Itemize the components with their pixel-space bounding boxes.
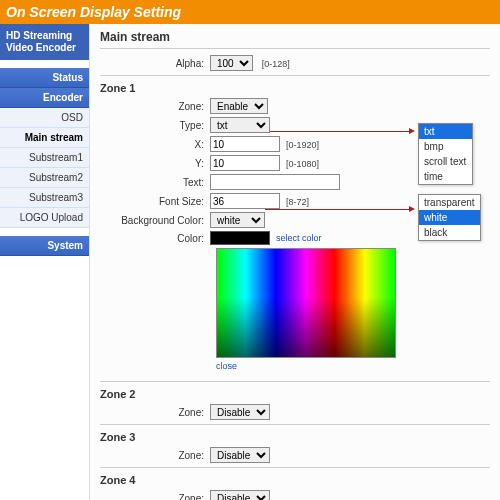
zone1-bg-label: Background Color: — [100, 215, 210, 226]
zone1-y-input[interactable] — [210, 155, 280, 171]
zone3-title: Zone 3 — [100, 431, 490, 443]
nav-logo-upload[interactable]: LOGO Upload — [0, 208, 89, 228]
page-header: On Screen Display Setting — [0, 0, 500, 24]
zone1-title: Zone 1 — [100, 82, 490, 94]
zone1-x-input[interactable] — [210, 136, 280, 152]
zone1-zone-select[interactable]: Enable — [210, 98, 268, 114]
zone2-zone-label: Zone: — [100, 407, 210, 418]
type-option-scroll[interactable]: scroll text — [419, 154, 472, 169]
alpha-select[interactable]: 100 — [210, 55, 253, 71]
zone4-zone-select[interactable]: Disable — [210, 490, 270, 500]
bg-option-transparent[interactable]: transparent — [419, 195, 480, 210]
nav-mainstream[interactable]: Main stream — [0, 128, 89, 148]
bg-option-white[interactable]: white — [419, 210, 480, 225]
type-option-time[interactable]: time — [419, 169, 472, 184]
select-color-link[interactable]: select color — [276, 233, 322, 243]
zone4-title: Zone 4 — [100, 474, 490, 486]
zone3-zone-label: Zone: — [100, 450, 210, 461]
zone3-zone-select[interactable]: Disable — [210, 447, 270, 463]
zone1-fontsize-input[interactable] — [210, 193, 280, 209]
container: HD Streaming Video Encoder Status Encode… — [0, 24, 500, 500]
zone2-zone-select[interactable]: Disable — [210, 404, 270, 420]
sidebar: HD Streaming Video Encoder Status Encode… — [0, 24, 90, 500]
alpha-label: Alpha: — [100, 58, 210, 69]
zone1-bg-select[interactable]: white — [210, 212, 265, 228]
zone1-fontsize-label: Font Size: — [100, 196, 210, 207]
zone1-color-label: Color: — [100, 233, 210, 244]
color-palette[interactable] — [216, 248, 396, 358]
color-swatch[interactable] — [210, 231, 270, 245]
main-content: Main stream Alpha: 100 [0-128] Zone 1 Zo… — [90, 24, 500, 500]
type-popup: txt bmp scroll text time — [418, 123, 473, 185]
nav-status[interactable]: Status — [0, 68, 89, 88]
zone1-type-select[interactable]: txt — [210, 117, 270, 133]
bg-option-black[interactable]: black — [419, 225, 480, 240]
nav-system[interactable]: System — [0, 236, 89, 256]
nav-substream2[interactable]: Substream2 — [0, 168, 89, 188]
nav-substream1[interactable]: Substream1 — [0, 148, 89, 168]
alpha-hint: [0-128] — [262, 59, 290, 69]
close-palette-link[interactable]: close — [216, 361, 490, 371]
zone1-y-label: Y: — [100, 158, 210, 169]
zone1-text-label: Text: — [100, 177, 210, 188]
brand: HD Streaming Video Encoder — [0, 24, 89, 60]
zone1-y-hint: [0-1080] — [286, 159, 319, 169]
arrow-type — [270, 131, 410, 132]
page-title: Main stream — [100, 30, 490, 44]
zone2-title: Zone 2 — [100, 388, 490, 400]
arrow-bg — [265, 209, 410, 210]
zone1-x-hint: [0-1920] — [286, 140, 319, 150]
nav-osd[interactable]: OSD — [0, 108, 89, 128]
zone1-type-label: Type: — [100, 120, 210, 131]
type-option-bmp[interactable]: bmp — [419, 139, 472, 154]
bg-popup: transparent white black — [418, 194, 481, 241]
nav-encoder[interactable]: Encoder — [0, 88, 89, 108]
zone1-x-label: X: — [100, 139, 210, 150]
nav-substream3[interactable]: Substream3 — [0, 188, 89, 208]
zone1-zone-label: Zone: — [100, 101, 210, 112]
type-option-txt[interactable]: txt — [419, 124, 472, 139]
zone1-text-input[interactable] — [210, 174, 340, 190]
zone1-fontsize-hint: [8-72] — [286, 197, 309, 207]
zone4-zone-label: Zone: — [100, 493, 210, 501]
